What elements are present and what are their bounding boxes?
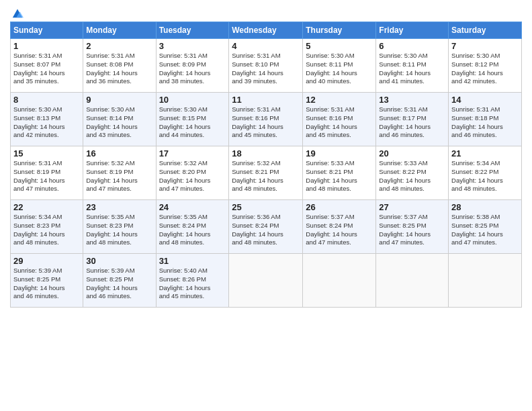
day-number: 27	[379, 202, 445, 212]
day-number: 6	[379, 41, 445, 51]
calendar-row-2: 15Sunrise: 5:31 AMSunset: 8:19 PMDayligh…	[11, 146, 522, 200]
calendar-cell: 11Sunrise: 5:31 AMSunset: 8:16 PMDayligh…	[229, 93, 303, 146]
day-number: 9	[86, 95, 152, 105]
cell-info: Sunrise: 5:31 AMSunset: 8:09 PMDaylight:…	[159, 52, 226, 86]
day-number: 12	[306, 95, 373, 105]
cell-info: Sunrise: 5:31 AMSunset: 8:18 PMDaylight:…	[451, 105, 519, 140]
cell-info: Sunrise: 5:35 AMSunset: 8:24 PMDaylight:…	[159, 213, 226, 247]
calendar-cell: 4Sunrise: 5:31 AMSunset: 8:10 PMDaylight…	[229, 39, 303, 93]
cell-info: Sunrise: 5:30 AMSunset: 8:11 PMDaylight:…	[306, 52, 373, 86]
calendar-table: SundayMondayTuesdayWednesdayThursdayFrid…	[10, 21, 522, 308]
calendar-cell: 1Sunrise: 5:31 AMSunset: 8:07 PMDaylight…	[11, 39, 83, 93]
header	[10, 7, 522, 19]
day-number: 18	[232, 148, 300, 158]
cell-info: Sunrise: 5:35 AMSunset: 8:23 PMDaylight:…	[86, 213, 152, 247]
calendar-cell: 26Sunrise: 5:37 AMSunset: 8:24 PMDayligh…	[303, 200, 376, 254]
calendar-cell: 19Sunrise: 5:33 AMSunset: 8:21 PMDayligh…	[303, 146, 376, 200]
day-number: 31	[159, 256, 226, 266]
day-number: 5	[306, 41, 373, 51]
day-number: 24	[159, 202, 226, 212]
weekday-saturday: Saturday	[449, 22, 522, 39]
calendar-cell	[449, 254, 522, 308]
calendar-body: 1Sunrise: 5:31 AMSunset: 8:07 PMDaylight…	[11, 39, 522, 308]
day-number: 1	[13, 41, 80, 51]
calendar-cell: 3Sunrise: 5:31 AMSunset: 8:09 PMDaylight…	[156, 39, 229, 93]
day-number: 7	[451, 41, 519, 51]
cell-info: Sunrise: 5:31 AMSunset: 8:10 PMDaylight:…	[232, 52, 300, 86]
calendar-row-1: 8Sunrise: 5:30 AMSunset: 8:13 PMDaylight…	[11, 93, 522, 146]
weekday-header-row: SundayMondayTuesdayWednesdayThursdayFrid…	[11, 22, 522, 39]
weekday-thursday: Thursday	[303, 22, 376, 39]
cell-info: Sunrise: 5:30 AMSunset: 8:11 PMDaylight:…	[379, 52, 445, 86]
cell-info: Sunrise: 5:39 AMSunset: 8:25 PMDaylight:…	[86, 267, 152, 301]
cell-info: Sunrise: 5:33 AMSunset: 8:21 PMDaylight:…	[306, 159, 373, 193]
day-number: 17	[159, 148, 226, 158]
cell-info: Sunrise: 5:31 AMSunset: 8:07 PMDaylight:…	[13, 52, 80, 86]
cell-info: Sunrise: 5:31 AMSunset: 8:17 PMDaylight:…	[379, 105, 445, 140]
weekday-wednesday: Wednesday	[229, 22, 303, 39]
cell-info: Sunrise: 5:30 AMSunset: 8:12 PMDaylight:…	[451, 52, 519, 86]
weekday-tuesday: Tuesday	[156, 22, 229, 39]
calendar-cell: 17Sunrise: 5:32 AMSunset: 8:20 PMDayligh…	[156, 146, 229, 200]
calendar-cell: 10Sunrise: 5:30 AMSunset: 8:15 PMDayligh…	[156, 93, 229, 146]
day-number: 23	[86, 202, 152, 212]
weekday-monday: Monday	[83, 22, 156, 39]
calendar-cell: 22Sunrise: 5:34 AMSunset: 8:23 PMDayligh…	[11, 200, 83, 254]
calendar-cell: 8Sunrise: 5:30 AMSunset: 8:13 PMDaylight…	[11, 93, 83, 146]
logo-icon	[11, 7, 24, 19]
weekday-sunday: Sunday	[11, 22, 83, 39]
day-number: 15	[13, 148, 80, 158]
calendar-cell: 16Sunrise: 5:32 AMSunset: 8:19 PMDayligh…	[83, 146, 156, 200]
cell-info: Sunrise: 5:34 AMSunset: 8:23 PMDaylight:…	[13, 213, 80, 247]
calendar-cell: 29Sunrise: 5:39 AMSunset: 8:25 PMDayligh…	[11, 254, 83, 308]
cell-info: Sunrise: 5:37 AMSunset: 8:25 PMDaylight:…	[379, 213, 445, 247]
cell-info: Sunrise: 5:31 AMSunset: 8:16 PMDaylight:…	[306, 105, 373, 140]
day-number: 11	[232, 95, 300, 105]
calendar-cell: 14Sunrise: 5:31 AMSunset: 8:18 PMDayligh…	[449, 93, 522, 146]
day-number: 4	[232, 41, 300, 51]
calendar-row-4: 29Sunrise: 5:39 AMSunset: 8:25 PMDayligh…	[11, 254, 522, 308]
day-number: 19	[306, 148, 373, 158]
calendar-cell: 21Sunrise: 5:34 AMSunset: 8:22 PMDayligh…	[449, 146, 522, 200]
calendar-cell: 13Sunrise: 5:31 AMSunset: 8:17 PMDayligh…	[376, 93, 449, 146]
day-number: 16	[86, 148, 152, 158]
calendar-cell: 2Sunrise: 5:31 AMSunset: 8:08 PMDaylight…	[83, 39, 156, 93]
weekday-friday: Friday	[376, 22, 449, 39]
calendar-cell: 7Sunrise: 5:30 AMSunset: 8:12 PMDaylight…	[449, 39, 522, 93]
cell-info: Sunrise: 5:32 AMSunset: 8:21 PMDaylight:…	[232, 159, 300, 193]
calendar-cell	[376, 254, 449, 308]
calendar-cell	[303, 254, 376, 308]
cell-info: Sunrise: 5:31 AMSunset: 8:16 PMDaylight:…	[232, 105, 300, 140]
cell-info: Sunrise: 5:32 AMSunset: 8:19 PMDaylight:…	[86, 159, 152, 193]
cell-info: Sunrise: 5:31 AMSunset: 8:08 PMDaylight:…	[86, 52, 152, 86]
logo	[10, 7, 24, 19]
calendar-cell: 30Sunrise: 5:39 AMSunset: 8:25 PMDayligh…	[83, 254, 156, 308]
cell-info: Sunrise: 5:30 AMSunset: 8:14 PMDaylight:…	[86, 105, 152, 140]
calendar-cell: 31Sunrise: 5:40 AMSunset: 8:26 PMDayligh…	[156, 254, 229, 308]
cell-info: Sunrise: 5:30 AMSunset: 8:15 PMDaylight:…	[159, 105, 226, 140]
calendar-cell: 6Sunrise: 5:30 AMSunset: 8:11 PMDaylight…	[376, 39, 449, 93]
calendar-cell: 28Sunrise: 5:38 AMSunset: 8:25 PMDayligh…	[449, 200, 522, 254]
cell-info: Sunrise: 5:37 AMSunset: 8:24 PMDaylight:…	[306, 213, 373, 247]
calendar-row-3: 22Sunrise: 5:34 AMSunset: 8:23 PMDayligh…	[11, 200, 522, 254]
day-number: 30	[86, 256, 152, 266]
calendar-cell: 27Sunrise: 5:37 AMSunset: 8:25 PMDayligh…	[376, 200, 449, 254]
day-number: 26	[306, 202, 373, 212]
calendar-cell: 12Sunrise: 5:31 AMSunset: 8:16 PMDayligh…	[303, 93, 376, 146]
day-number: 2	[86, 41, 152, 51]
day-number: 29	[13, 256, 80, 266]
calendar-cell: 15Sunrise: 5:31 AMSunset: 8:19 PMDayligh…	[11, 146, 83, 200]
day-number: 8	[13, 95, 80, 105]
calendar-cell: 24Sunrise: 5:35 AMSunset: 8:24 PMDayligh…	[156, 200, 229, 254]
day-number: 3	[159, 41, 226, 51]
cell-info: Sunrise: 5:33 AMSunset: 8:22 PMDaylight:…	[379, 159, 445, 193]
cell-info: Sunrise: 5:31 AMSunset: 8:19 PMDaylight:…	[13, 159, 80, 193]
calendar-cell: 18Sunrise: 5:32 AMSunset: 8:21 PMDayligh…	[229, 146, 303, 200]
day-number: 13	[379, 95, 445, 105]
day-number: 21	[451, 148, 519, 158]
day-number: 28	[451, 202, 519, 212]
calendar-cell: 20Sunrise: 5:33 AMSunset: 8:22 PMDayligh…	[376, 146, 449, 200]
cell-info: Sunrise: 5:34 AMSunset: 8:22 PMDaylight:…	[451, 159, 519, 193]
calendar-row-0: 1Sunrise: 5:31 AMSunset: 8:07 PMDaylight…	[11, 39, 522, 93]
cell-info: Sunrise: 5:30 AMSunset: 8:13 PMDaylight:…	[13, 105, 80, 140]
